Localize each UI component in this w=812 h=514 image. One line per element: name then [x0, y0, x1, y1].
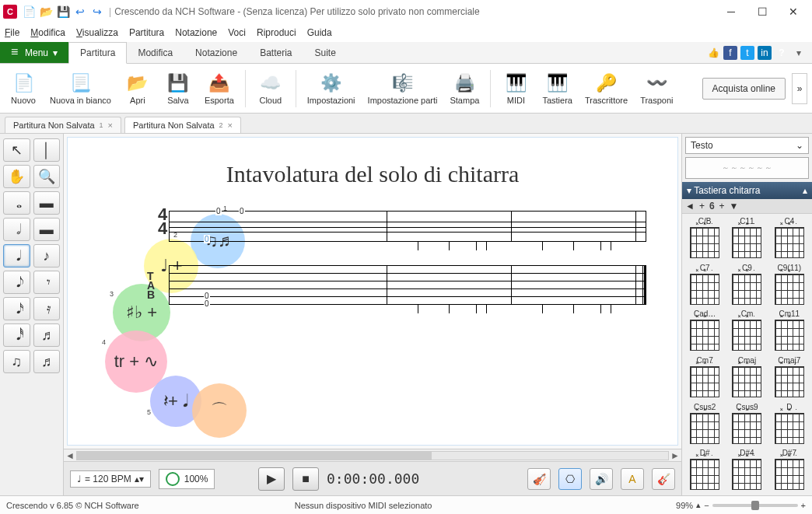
waveform-preview[interactable]: ～～～～～～ [685, 157, 809, 179]
chord-cmaj7[interactable]: Cmaj7 [770, 356, 809, 400]
palette-tool-7[interactable]: ▬ [33, 218, 61, 241]
tempo-field[interactable]: ♩ = 120 BPM ▴▾ [70, 470, 151, 488]
like-icon[interactable]: 👍 [706, 46, 720, 60]
palette-bubble-6[interactable]: ⌒ [192, 383, 247, 438]
metronome-button[interactable]: ⎔ [558, 468, 582, 490]
chord-c11[interactable]: C11 [727, 217, 766, 260]
palette-tool-9[interactable]: ♪ [33, 244, 61, 267]
chord-cad[interactable]: Cad… [685, 309, 724, 353]
tab-staff-1[interactable]: TAB 0 0 [169, 265, 646, 304]
stop-button[interactable]: ■ [292, 467, 319, 491]
chord-c9[interactable]: C9 [727, 264, 766, 307]
palette-tool-11[interactable]: 𝄾 [33, 271, 61, 294]
play-button[interactable]: ▶ [258, 467, 285, 491]
help-icon[interactable]: ? [775, 46, 789, 60]
menu-guida[interactable]: Guida [307, 27, 332, 38]
tempo-stepper-icon[interactable]: ▴▾ [135, 474, 144, 484]
chord-cb[interactable]: C/B [685, 217, 724, 260]
qat-undo-icon[interactable]: ↩ [73, 5, 87, 19]
chord-csus9[interactable]: Csus9 [727, 403, 766, 446]
close-button[interactable]: ✕ [778, 0, 809, 23]
buy-online-button[interactable]: Acquista online [702, 78, 786, 100]
palette-tool-2[interactable]: ✋ [3, 165, 30, 188]
ribbon-tab-modifica[interactable]: Modifica [127, 42, 184, 63]
ribbon-stampa[interactable]: Stampa [445, 71, 484, 107]
ribbon-apri[interactable]: Apri [119, 71, 156, 107]
chord-d4[interactable]: D#4 [727, 449, 766, 492]
qat-open-icon[interactable]: 📂 [39, 5, 53, 19]
h-scrollbar[interactable]: ◄ ► [64, 449, 681, 461]
ribbon-salva[interactable]: Salva [159, 71, 197, 107]
zoom-control[interactable]: 99% ▴ − + [676, 500, 806, 510]
scroll-left-icon[interactable]: ◄ [64, 450, 76, 461]
instrument-button[interactable]: 🎻 [527, 468, 551, 490]
chord-cm7[interactable]: Cm7 [685, 356, 724, 400]
qat-redo-icon[interactable]: ↪ [90, 5, 104, 19]
chord-panel-header[interactable]: ▾ Tastiera chitarra ▴ [682, 182, 812, 199]
palette-tool-10[interactable]: 𝅘𝅥𝅮 [3, 271, 30, 294]
minimize-button[interactable]: ─ [716, 0, 747, 23]
palette-tool-15[interactable]: ♬ [33, 323, 61, 347]
help-chevron-icon[interactable]: ▾ [792, 46, 806, 60]
palette-tool-16[interactable]: ♫ [3, 350, 30, 373]
menu-modifica[interactable]: Modifica [30, 27, 65, 38]
close-icon[interactable]: × [108, 121, 113, 130]
chord-csus2[interactable]: Csus2 [685, 403, 724, 446]
twitter-icon[interactable]: t [740, 46, 754, 60]
chord-c7[interactable]: C7 [685, 264, 724, 307]
ribbon-trascrittore[interactable]: Trascrittore [580, 71, 632, 107]
score-viewport[interactable]: Intavolatura del solo di chitarra ♫♬ 1 ♩… [67, 137, 678, 446]
volume-field[interactable]: 100% [159, 469, 215, 489]
chord-d7[interactable]: D#7 [770, 449, 809, 492]
mixer-button[interactable]: 🎸 [652, 468, 675, 490]
speaker-button[interactable]: 🔊 [590, 468, 613, 490]
document-tab[interactable]: Partitura Non Salvata 2 × [124, 117, 241, 133]
palette-tool-8[interactable]: 𝅘𝅥 [3, 244, 30, 267]
ribbon-nuovo[interactable]: Nuovo [5, 71, 42, 107]
fret-plus2-icon[interactable]: + [719, 201, 725, 212]
ribbon-tastiera[interactable]: Tastiera [537, 71, 577, 107]
chord-c911[interactable]: C9(11) [770, 264, 809, 307]
palette-tool-5[interactable]: ▬ [33, 191, 61, 215]
palette-tool-17[interactable]: ♬ [33, 350, 61, 373]
palette-tool-12[interactable]: 𝅘𝅥𝅯 [3, 297, 30, 320]
palette-tool-3[interactable]: 🔍 [33, 165, 61, 188]
scroll-right-icon[interactable]: ► [669, 450, 681, 461]
zoom-slider[interactable] [712, 504, 798, 507]
qat-save-icon[interactable]: 💾 [56, 5, 70, 19]
maximize-button[interactable]: ☐ [747, 0, 778, 23]
ribbon-tab-notazione[interactable]: Notazione [184, 42, 249, 63]
menu-riproduci[interactable]: Riproduci [257, 27, 296, 38]
ribbon-more-button[interactable]: » [792, 73, 807, 104]
staff-note-sel[interactable]: 0 [204, 235, 210, 243]
menu-file[interactable]: File [5, 27, 19, 38]
ribbon-nuova-in-bianco[interactable]: Nuova in bianco [45, 71, 116, 107]
text-selector[interactable]: Testo ⌄ [685, 137, 809, 154]
chord-cm11[interactable]: Cm11 [770, 309, 809, 353]
tuner-button[interactable]: A [621, 468, 644, 490]
palette-tool-13[interactable]: 𝄿 [33, 297, 61, 320]
menu-button[interactable]: Menu ▾ [0, 42, 68, 63]
chord-c4[interactable]: C4 [770, 217, 809, 260]
ribbon-tab-partitura[interactable]: Partitura [68, 42, 127, 64]
linkedin-icon[interactable]: in [758, 46, 772, 60]
palette-tool-6[interactable]: 𝅗𝅥 [3, 218, 30, 241]
chord-d[interactable]: D# [685, 449, 724, 492]
ribbon-tab-suite[interactable]: Suite [303, 42, 347, 63]
menu-voci[interactable]: Voci [228, 27, 246, 38]
zoom-in-icon[interactable]: + [801, 501, 806, 510]
document-tab[interactable]: Partitura Non Salvata 1 × [5, 117, 121, 133]
fret-plus-icon[interactable]: + [699, 201, 705, 212]
palette-tool-0[interactable]: ↖ [3, 138, 30, 162]
staff-note-0[interactable]: 0 [215, 207, 222, 215]
qat-new-icon[interactable]: 📄 [22, 5, 36, 19]
tab-fret-1[interactable]: 0 [204, 292, 210, 300]
menu-notazione[interactable]: Notazione [175, 27, 217, 38]
tab-fret-0[interactable]: 0 [204, 299, 210, 308]
fret-left-icon[interactable]: ◄ [685, 201, 695, 212]
collapse-icon[interactable]: ▴ [803, 185, 807, 196]
facebook-icon[interactable]: f [723, 46, 737, 60]
palette-tool-1[interactable]: │ [33, 138, 61, 162]
close-icon[interactable]: × [228, 121, 233, 130]
ribbon-impostazioni[interactable]: Impostazioni [303, 71, 360, 107]
